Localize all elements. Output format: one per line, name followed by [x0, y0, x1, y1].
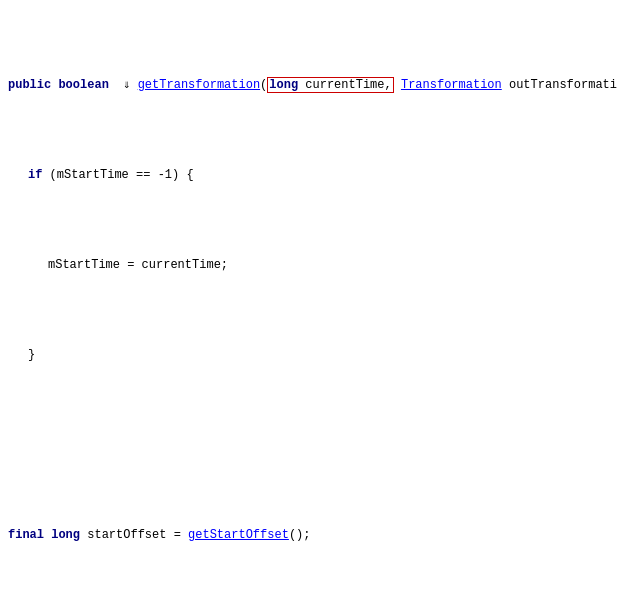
line-blank-1	[8, 436, 609, 454]
kw-final-1: final	[8, 528, 44, 542]
line-6: final long startOffset = getStartOffset(…	[8, 526, 609, 544]
kw-public: public	[8, 78, 51, 92]
line-2: if (mStartTime == -1) {	[8, 166, 609, 184]
transformation-link[interactable]: Transformation	[401, 78, 502, 92]
line-1: public boolean ⇓ getTransformation(long …	[8, 76, 609, 94]
code-editor: public boolean ⇓ getTransformation(long …	[0, 0, 617, 608]
line-4: }	[8, 346, 609, 364]
kw-long: long	[269, 78, 298, 92]
kw-boolean: boolean	[58, 78, 108, 92]
line-3: mStartTime = currentTime;	[8, 256, 609, 274]
kw-if: if	[28, 168, 42, 182]
getStartOffset-link[interactable]: getStartOffset	[188, 528, 289, 542]
param-box-1: long currentTime,	[267, 77, 393, 93]
method-link[interactable]: getTransformation	[138, 78, 260, 92]
kw-long-1: long	[51, 528, 80, 542]
